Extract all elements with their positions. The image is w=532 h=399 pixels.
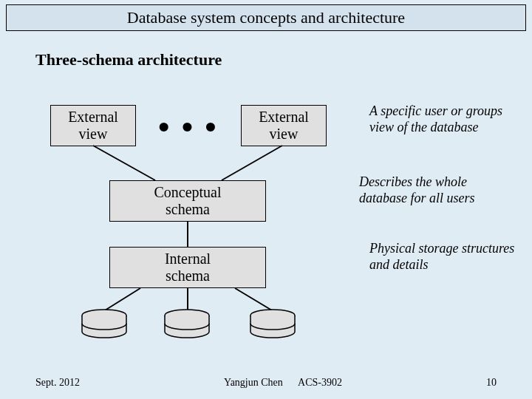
section-heading: Three-schema architecture [35, 50, 222, 69]
footer-course: ACS-3902 [298, 377, 342, 388]
database-cylinder-icon [80, 309, 129, 338]
database-cylinder-icon [248, 309, 297, 338]
ellipsis-icon: • • • [158, 111, 218, 143]
svg-line-3 [105, 288, 140, 310]
conceptual-description: Describes the whole database for all use… [359, 174, 514, 206]
svg-line-5 [235, 288, 272, 310]
footer-date: Sept. 2012 [35, 377, 80, 389]
database-cylinder-icon [163, 309, 211, 338]
page-title: Database system concepts and architectur… [6, 4, 526, 31]
external-description: A specific user or groups view of the da… [369, 103, 525, 135]
slide-footer: Sept. 2012 Yangjun Chen ACS-3902 10 [0, 377, 532, 389]
internal-description: Physical storage structures and details [369, 241, 525, 273]
conceptual-schema-box: Conceptualschema [109, 180, 266, 222]
external-view-box-2: Externalview [241, 105, 327, 146]
svg-line-1 [222, 146, 282, 180]
external-view-box-1: Externalview [50, 105, 136, 146]
internal-schema-box: Internalschema [109, 247, 266, 288]
svg-line-0 [93, 146, 155, 180]
footer-author: Yangjun Chen [224, 377, 283, 388]
footer-page-number: 10 [486, 377, 497, 389]
